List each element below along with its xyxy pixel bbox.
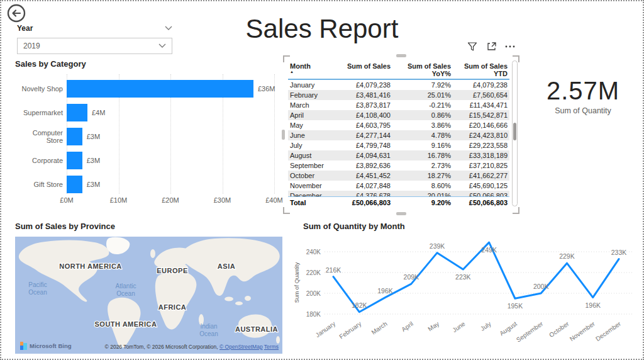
table-cell: June bbox=[288, 130, 337, 140]
bar-value-label: £36M bbox=[258, 77, 275, 101]
table-row[interactable]: June£4,277,1444.78%£24,423,810 bbox=[288, 130, 509, 140]
bar-chart-title: Sales by Category bbox=[15, 59, 284, 69]
sales-table-visual[interactable]: Month▲Sum of SalesSum of Sales YoY%Sum o… bbox=[283, 55, 519, 214]
table-cell: £4,603,795 bbox=[337, 120, 392, 130]
table-column-header[interactable]: Sum of Sales YTD bbox=[453, 61, 509, 78]
focus-mode-icon[interactable] bbox=[486, 41, 497, 52]
table-cell: 18.27% bbox=[392, 171, 453, 181]
line-chart-x-tick-label: July bbox=[479, 320, 492, 332]
table-cell: 25.01% bbox=[392, 90, 453, 100]
table-column-header[interactable]: Sum of Sales YoY% bbox=[392, 61, 453, 78]
table-cell: £50,066,803 bbox=[453, 191, 509, 197]
line-data-label: 216K bbox=[326, 266, 341, 274]
line-data-label: 196K bbox=[585, 301, 601, 309]
line-data-label: 223K bbox=[455, 273, 471, 281]
bar-value-label: £4M bbox=[92, 101, 105, 125]
continent-label: EUROPE bbox=[157, 267, 187, 274]
openstreetmap-link[interactable]: © OpenStreetMap bbox=[219, 344, 263, 350]
table-row[interactable]: August£4,094,63116.78%£33,318,189 bbox=[288, 150, 509, 160]
selection-handle-bottom[interactable] bbox=[396, 212, 406, 215]
bar-row: Novelty Shop£36M bbox=[15, 77, 284, 101]
line-data-label: 200K bbox=[533, 283, 549, 290]
more-options-icon[interactable] bbox=[504, 41, 516, 52]
table-row[interactable]: February£3,481,41625.01%£7,560,654 bbox=[288, 90, 509, 100]
table-row[interactable]: May£4,603,7953.86%£20,146,666 bbox=[288, 120, 509, 130]
table-row[interactable]: September£3,892,6362.73%£37,210,825 bbox=[288, 160, 509, 171]
table-cell: £4,094,631 bbox=[337, 150, 392, 160]
table-cell: 0.86% bbox=[392, 110, 453, 120]
bar[interactable] bbox=[67, 128, 82, 145]
table-scrollbar[interactable] bbox=[512, 60, 518, 206]
terms-link[interactable]: Terms bbox=[264, 344, 279, 350]
card-value: 2.57M bbox=[536, 77, 630, 105]
selection-handle-bottom-right[interactable] bbox=[513, 207, 519, 214]
bar-category-label: Gift Store bbox=[15, 172, 63, 196]
table-header-row[interactable]: Month▲Sum of SalesSum of Sales YoY%Sum o… bbox=[288, 61, 509, 80]
table-row[interactable]: October£4,451,45218.27%£41,662,277 bbox=[288, 171, 509, 181]
table-row[interactable]: April£4,108,4000.86%£15,542,871 bbox=[288, 110, 509, 120]
table-total-row: Total£50,066,8039.20%£50,066,803 bbox=[288, 197, 509, 208]
table-row[interactable]: January£4,079,2387.92%£4,079,238 bbox=[288, 80, 509, 90]
line-chart-x-tick-label: January bbox=[314, 320, 336, 339]
table-column-header[interactable]: Month▲ bbox=[288, 61, 337, 78]
bar-row: Gift Store£3M bbox=[15, 172, 284, 196]
continent-label: AFRICA bbox=[158, 303, 187, 311]
line-data-label: 195K bbox=[508, 302, 523, 310]
table-cell: £11,434,471 bbox=[453, 100, 509, 110]
table-cell: £7,560,654 bbox=[453, 90, 509, 100]
table-cell: £15,542,871 bbox=[453, 110, 509, 120]
table-cell: £4,079,238 bbox=[337, 80, 392, 90]
bar[interactable] bbox=[67, 104, 87, 121]
line-chart-x-tick-label: October bbox=[548, 320, 570, 339]
bar[interactable] bbox=[67, 80, 253, 98]
bar-track: £3M bbox=[67, 125, 284, 149]
quantity-card-visual[interactable]: 2.57M Sum of Quantity bbox=[536, 77, 630, 115]
line-data-label: 229K bbox=[559, 252, 575, 260]
line-chart-y-tick-label: 180K bbox=[306, 311, 321, 318]
bar-x-tick-label: £20M bbox=[162, 196, 179, 204]
table-scrollbar-thumb[interactable] bbox=[513, 123, 516, 140]
table-row[interactable]: July£4,799,7489.16%£29,223,558 bbox=[288, 140, 509, 150]
bing-logo[interactable]: Microsoft Bing bbox=[20, 342, 72, 350]
table-cell: 3.86% bbox=[392, 120, 453, 130]
line-chart-x-tick-label: May bbox=[426, 320, 440, 333]
table-cell: £3,873,817 bbox=[337, 100, 392, 110]
table-cell: July bbox=[288, 140, 337, 150]
world-map[interactable]: NORTH AMERICAEUROPEASIAAFRICASOUTH AMERI… bbox=[15, 237, 282, 354]
sort-ascending-icon: ▲ bbox=[290, 70, 335, 74]
line-series[interactable] bbox=[333, 242, 619, 312]
selection-handle-left[interactable] bbox=[282, 130, 285, 140]
line-data-label: 233K bbox=[611, 249, 627, 256]
bar-x-tick-label: £10M bbox=[110, 196, 128, 204]
line-chart-visual[interactable]: Sum of Quantity by Month 180K200K220K240… bbox=[291, 222, 643, 357]
continent-label: NORTH AMERICA bbox=[59, 262, 122, 270]
table-cell: December bbox=[288, 191, 337, 197]
table-cell: -0.21% bbox=[392, 100, 453, 110]
table-column-header[interactable]: Sum of Sales bbox=[337, 61, 392, 78]
bar-x-tick-label: £30M bbox=[214, 196, 231, 204]
table-row[interactable]: November£4,027,8488.60%£45,690,125 bbox=[288, 181, 509, 191]
table-row[interactable]: December£4,376,67820.01%£50,066,803 bbox=[288, 191, 509, 197]
line-chart-x-tick-label: March bbox=[370, 320, 389, 336]
bar[interactable] bbox=[67, 152, 82, 169]
bar-chart-x-axis: £0M£10M£20M£30M£40M bbox=[67, 196, 284, 206]
table-cell: £4,799,748 bbox=[337, 140, 392, 150]
line-chart-x-tick-label: June bbox=[451, 320, 466, 334]
world-map-svg: NORTH AMERICAEUROPEASIAAFRICASOUTH AMERI… bbox=[15, 237, 282, 354]
table-cell: £3,481,416 bbox=[337, 90, 392, 100]
bar-category-label: Computer Store bbox=[15, 125, 63, 149]
table-total-cell: £50,066,803 bbox=[337, 197, 392, 208]
table-cell: £4,079,238 bbox=[453, 80, 509, 90]
filter-icon[interactable] bbox=[467, 41, 478, 52]
ocean-label: Indian bbox=[200, 323, 217, 330]
bar-category-label: Corporate bbox=[15, 149, 63, 172]
bar-value-label: £3M bbox=[87, 149, 100, 172]
bar-chart-visual[interactable]: Sales by Category Novelty Shop£36MSuperm… bbox=[15, 59, 284, 222]
bar[interactable] bbox=[67, 176, 82, 193]
table-row[interactable]: March£3,873,817-0.21%£11,434,471 bbox=[288, 100, 509, 110]
table-body[interactable]: January£4,079,2387.92%£4,079,238February… bbox=[288, 80, 509, 197]
chevron-down-icon bbox=[158, 43, 166, 48]
map-visual[interactable]: Sum of Sales by Province bbox=[15, 222, 284, 356]
selection-handle-top[interactable] bbox=[396, 54, 406, 57]
bar-category-label: Novelty Shop bbox=[15, 77, 63, 101]
